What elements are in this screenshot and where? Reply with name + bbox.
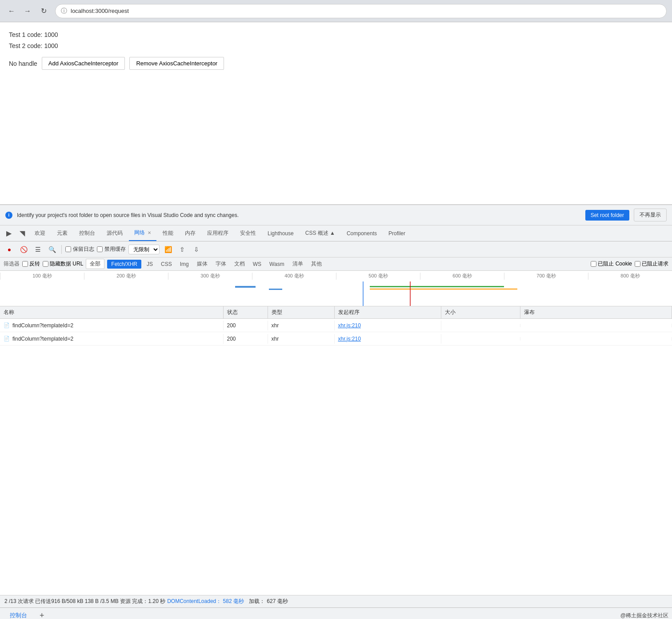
remove-interceptor-button[interactable]: Remove AxiosCacheInterceptor xyxy=(129,57,224,70)
wifi-icon-button[interactable]: 📶 xyxy=(162,244,174,255)
hide-data-urls-checkbox[interactable]: 隐藏数据 URL xyxy=(43,260,83,268)
filter-fetch-xhr-button[interactable]: Fetch/XHR xyxy=(107,260,141,269)
search-button[interactable]: 🔍 xyxy=(46,244,58,255)
tab-memory[interactable]: 内存 xyxy=(180,225,201,241)
blocked-requests-label: 已阻止请求 xyxy=(642,260,668,268)
timeline-chart xyxy=(0,281,672,306)
timeline[interactable]: 100 毫秒 200 毫秒 300 毫秒 400 毫秒 500 毫秒 600 毫… xyxy=(0,271,672,306)
disable-cache-checkbox[interactable]: 禁用缓存 xyxy=(97,245,126,253)
preserve-log-checkbox[interactable]: 保留日志 xyxy=(65,245,94,253)
file-icon-2: 📄 xyxy=(4,336,10,342)
disable-cache-label: 禁用缓存 xyxy=(104,245,126,253)
tab-components[interactable]: Components xyxy=(341,225,382,241)
mark-300: 300 毫秒 xyxy=(168,273,252,280)
table-row[interactable]: 📄 findColumn?templateId=2 200 xhr xhr.js… xyxy=(0,319,672,332)
blocked-cookies-input[interactable] xyxy=(591,261,596,267)
tab-performance[interactable]: 性能 xyxy=(157,225,179,241)
test2-text: Test 2 code: 1000 xyxy=(9,40,663,52)
bottom-tab-console[interactable]: 控制台 xyxy=(4,609,33,619)
network-table: 名称 状态 类型 发起程序 大小 瀑布 📄 findColumn?templat… xyxy=(0,306,672,595)
tab-sources[interactable]: 源代码 xyxy=(101,225,128,241)
timeline-bar-orange xyxy=(370,289,518,289)
filter-ws-button[interactable]: WS xyxy=(250,260,264,268)
filter-button[interactable]: ☰ xyxy=(32,244,44,255)
filter-js-button[interactable]: JS xyxy=(144,260,156,268)
filter-img-button[interactable]: Img xyxy=(177,260,192,268)
load-value: 627 毫秒 xyxy=(267,598,288,605)
table-row[interactable]: 📄 findColumn?templateId=2 200 xhr xhr.js… xyxy=(0,332,672,346)
row1-name: 📄 findColumn?templateId=2 xyxy=(0,321,224,330)
dismiss-banner-button[interactable]: 不再显示 xyxy=(634,209,667,221)
tab-console[interactable]: 控制台 xyxy=(74,225,100,241)
tab-welcome[interactable]: 欢迎 xyxy=(29,225,51,241)
domcontentloaded-link[interactable]: DOMContentLoaded： 582 毫秒 xyxy=(167,598,244,605)
mark-200: 200 毫秒 xyxy=(84,273,168,280)
filter-font-button[interactable]: 字体 xyxy=(213,259,229,269)
add-interceptor-button[interactable]: Add AxiosCacheInterceptor xyxy=(42,57,125,70)
invert-input[interactable] xyxy=(22,261,28,267)
th-initiator: 发起程序 xyxy=(335,306,441,318)
address-bar[interactable]: ⓘ localhost:3000/request xyxy=(55,4,667,18)
disable-cache-input[interactable] xyxy=(97,246,103,252)
filter-wasm-button[interactable]: Wasm xyxy=(267,260,287,268)
filter-label: 筛选器 xyxy=(4,260,20,268)
record-button[interactable]: ● xyxy=(4,244,15,255)
filter-doc-button[interactable]: 文档 xyxy=(232,259,248,269)
row1-initiator[interactable]: xhr.js:210 xyxy=(335,321,441,330)
blocked-requests-input[interactable] xyxy=(635,261,640,267)
filter-css-button[interactable]: CSS xyxy=(158,260,175,268)
row2-size xyxy=(441,337,521,341)
blocked-requests-checkbox[interactable]: 已阻止请求 xyxy=(635,260,668,268)
tab-network-close[interactable]: ✕ xyxy=(148,230,151,235)
tab-profiler[interactable]: Profiler xyxy=(383,225,411,241)
row2-name: 📄 findColumn?templateId=2 xyxy=(0,334,224,344)
forward-button[interactable]: → xyxy=(21,5,34,17)
set-root-folder-button[interactable]: Set root folder xyxy=(585,210,629,221)
row2-status: 200 xyxy=(224,334,268,344)
tab-application[interactable]: 应用程序 xyxy=(202,225,234,241)
mark-400: 400 毫秒 xyxy=(252,273,336,280)
preserve-log-input[interactable] xyxy=(65,246,71,252)
th-waterfall: 瀑布 xyxy=(520,306,672,318)
filter-manifest-button[interactable]: 清单 xyxy=(290,259,306,269)
tab-inspect-button[interactable]: ◥ xyxy=(16,225,28,241)
download-icon-button[interactable]: ⇩ xyxy=(191,244,202,255)
row1-waterfall xyxy=(520,324,672,327)
tab-security[interactable]: 安全性 xyxy=(235,225,261,241)
tab-cursor-icon-button[interactable]: ▶ xyxy=(3,225,15,241)
info-icon: ⓘ xyxy=(61,7,67,15)
devtools-tabs-row: ▶ ◥ 欢迎 元素 控制台 源代码 网络 ✕ 性能 内存 应用程序 安全性 xyxy=(0,225,672,241)
page-buttons: No handle Add AxiosCacheInterceptor Remo… xyxy=(9,57,663,70)
upload-icon-button[interactable]: ⇧ xyxy=(176,244,188,255)
refresh-button[interactable]: ↻ xyxy=(37,5,50,17)
hide-data-urls-label: 隐藏数据 URL xyxy=(50,260,83,268)
mark-500: 500 毫秒 xyxy=(336,273,420,280)
test1-text: Test 1 code: 1000 xyxy=(9,29,663,40)
mark-100: 100 毫秒 xyxy=(0,273,84,280)
tab-elements[interactable]: 元素 xyxy=(52,225,73,241)
network-toolbar: ● 🚫 ☰ 🔍 保留日志 禁用缓存 无限制 📶 ⇧ ⇩ xyxy=(0,241,672,257)
blocked-cookies-checkbox[interactable]: 已阻止 Cookie xyxy=(591,260,632,268)
timeline-ruler: 100 毫秒 200 毫秒 300 毫秒 400 毫秒 500 毫秒 600 毫… xyxy=(0,271,672,281)
throttle-select[interactable]: 无限制 xyxy=(128,245,160,254)
clear-button[interactable]: 🚫 xyxy=(18,244,29,255)
filter-other-button[interactable]: 其他 xyxy=(308,259,324,269)
bottom-tab-add[interactable]: + xyxy=(35,609,49,619)
th-type: 类型 xyxy=(268,306,335,318)
browser-chrome: ← → ↻ ⓘ localhost:3000/request xyxy=(0,0,672,22)
nav-buttons: ← → ↻ xyxy=(5,5,50,17)
row2-initiator[interactable]: xhr.js:210 xyxy=(335,334,441,344)
separator-1 xyxy=(61,245,62,254)
back-button[interactable]: ← xyxy=(5,5,18,17)
filter-media-button[interactable]: 媒体 xyxy=(194,259,210,269)
invert-label: 反转 xyxy=(29,260,40,268)
hide-data-urls-input[interactable] xyxy=(43,261,48,267)
tab-css-overview[interactable]: CSS 概述 ▲ xyxy=(300,225,340,241)
bottom-tab-bar: 控制台 + @稀土掘金技术社区 xyxy=(0,607,672,619)
vscode-banner: i Identify your project's root folder to… xyxy=(0,205,672,225)
tab-network[interactable]: 网络 ✕ xyxy=(129,225,156,241)
invert-checkbox[interactable]: 反转 xyxy=(22,260,40,268)
tab-lighthouse[interactable]: Lighthouse xyxy=(262,225,299,241)
th-status: 状态 xyxy=(224,306,268,318)
filter-all-button[interactable]: 全部 xyxy=(86,259,104,269)
